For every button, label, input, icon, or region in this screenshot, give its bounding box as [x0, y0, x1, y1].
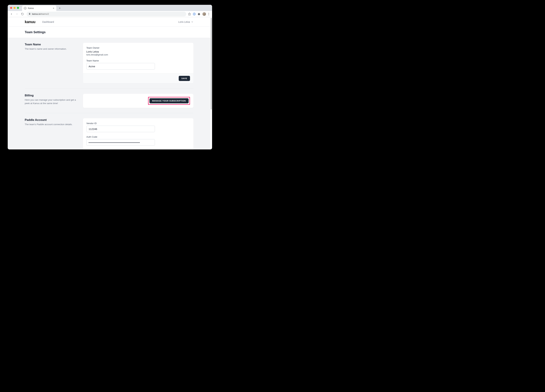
auth-code-label: Auth Code: [87, 136, 190, 138]
forward-button[interactable]: [15, 12, 19, 16]
nav-dashboard[interactable]: Dashboard: [42, 20, 54, 23]
billing-heading: Billing: [25, 94, 78, 97]
settings-container: Team Name The team's name and owner info…: [25, 38, 193, 149]
browser-menu-button[interactable]: [208, 12, 210, 16]
minimize-window-button[interactable]: [13, 7, 16, 9]
reload-button[interactable]: [20, 12, 25, 16]
back-button[interactable]: [9, 12, 14, 16]
profile-avatar[interactable]: [202, 12, 206, 16]
app-header: kanuu Dashboard Loris Leiva: [8, 17, 210, 27]
billing-description: Here you can manage your subscription an…: [25, 98, 78, 105]
address-bar[interactable]: kanuu.io/teams/2: [26, 12, 186, 16]
maximize-window-button[interactable]: [17, 7, 19, 9]
paddle-description: The team's Paddle account connection det…: [25, 123, 78, 126]
star-icon[interactable]: [188, 12, 191, 16]
team-owner-label: Team Owner: [87, 47, 190, 49]
close-tab-icon[interactable]: ×: [53, 7, 55, 10]
save-team-name-button[interactable]: Save: [179, 76, 190, 81]
tab-title: Kanuu: [28, 7, 51, 9]
paddle-heading: Paddle Account: [25, 118, 78, 122]
team-owner-name: Loris Leiva: [87, 50, 190, 53]
globe-icon: [24, 7, 26, 10]
toolbar-right: [188, 12, 211, 16]
new-tab-button[interactable]: +: [57, 6, 62, 11]
team-owner-email: loris.leiva@gmail.com: [87, 53, 190, 56]
browser-tab-bar: Kanuu × +: [8, 5, 212, 11]
url-text: kanuu.io/teams/2: [32, 13, 49, 15]
team-name-description: The team's name and owner information.: [25, 47, 78, 51]
scrollbar[interactable]: [211, 18, 212, 149]
vendor-id-label: Vendor ID: [87, 122, 190, 125]
user-menu[interactable]: Loris Leiva: [178, 20, 193, 23]
section-billing: Billing Here you can manage your subscri…: [25, 88, 193, 113]
extension-1password-icon[interactable]: [193, 12, 196, 16]
viewport: kanuu Dashboard Loris Leiva Team Setting…: [8, 17, 212, 149]
scrollbar-thumb[interactable]: [211, 18, 212, 110]
section-team-name: Team Name The team's name and owner info…: [25, 43, 193, 88]
team-name-input-label: Team Name: [87, 59, 190, 62]
page-title: Team Settings: [25, 31, 193, 34]
close-window-button[interactable]: [10, 7, 12, 9]
chevron-down-icon: [191, 21, 193, 23]
logo[interactable]: kanuu: [25, 20, 35, 24]
page-title-bar: Team Settings: [8, 27, 210, 38]
extensions-icon[interactable]: [198, 12, 201, 16]
user-menu-name: Loris Leiva: [178, 20, 190, 23]
browser-tab[interactable]: Kanuu ×: [22, 6, 56, 11]
lock-icon: [29, 13, 31, 15]
auth-code-input[interactable]: [87, 139, 155, 146]
team-name-heading: Team Name: [25, 43, 78, 46]
window-controls: [9, 5, 21, 11]
manage-subscription-button[interactable]: Manage your subscription: [149, 98, 189, 103]
page-content: kanuu Dashboard Loris Leiva Team Setting…: [8, 17, 210, 149]
billing-card: Manage your subscription: [83, 94, 193, 108]
highlight-annotation: Manage your subscription: [148, 97, 190, 105]
team-name-input[interactable]: [87, 63, 155, 69]
vendor-id-input[interactable]: [87, 126, 155, 132]
paddle-card: Vendor ID Auth Code Save: [83, 118, 193, 149]
browser-window: Kanuu × + kanuu.io/teams/2: [8, 5, 212, 149]
team-name-card: Team Owner Loris Leiva loris.leiva@gmail…: [83, 43, 193, 83]
section-paddle: Paddle Account The team's Paddle account…: [25, 113, 193, 149]
browser-toolbar: kanuu.io/teams/2: [8, 11, 212, 17]
